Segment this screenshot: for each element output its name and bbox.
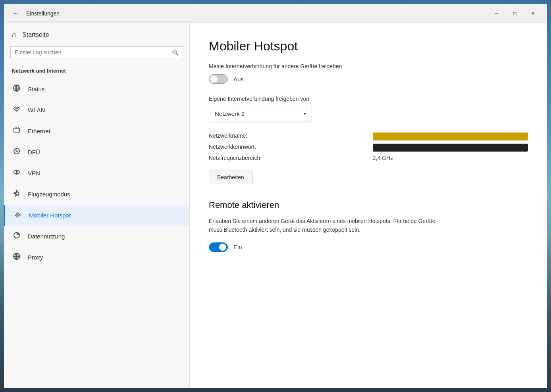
home-icon: ⌂	[12, 30, 17, 39]
svg-point-4	[16, 111, 17, 112]
sidebar-item-vpn[interactable]: VPN	[4, 163, 189, 184]
window-controls: ─ □ ✕	[487, 7, 542, 20]
sidebar-item-flugzeugmodus[interactable]: Flugzeugmodus	[4, 184, 189, 205]
sidebar-item-wlan[interactable]: WLAN	[4, 100, 189, 121]
edit-button[interactable]: Bearbeiten	[209, 171, 252, 184]
remote-section-title: Remote aktivieren	[209, 200, 528, 210]
sidebar-item-mobiler-hotspot-label: Mobiler Hotspot	[29, 212, 71, 219]
share-toggle-label: Meine Internetverbindung für andere Gerä…	[209, 63, 528, 69]
sidebar-item-home[interactable]: ⌂ Startseite	[4, 23, 189, 46]
network-freq-value: 2,4 GHz	[373, 155, 528, 161]
vpn-icon	[12, 168, 21, 178]
share-toggle[interactable]	[209, 74, 228, 84]
sidebar-item-ethernet[interactable]: Ethernet	[4, 121, 189, 142]
maximize-button[interactable]: □	[506, 7, 524, 20]
sidebar-item-status-label: Status	[28, 86, 45, 92]
sidebar-item-flugzeugmodus-label: Flugzeugmodus	[28, 191, 70, 198]
share-toggle-text: Aus	[233, 76, 244, 83]
back-button[interactable]: ←	[9, 6, 23, 21]
minimize-button[interactable]: ─	[487, 7, 506, 20]
proxy-icon	[12, 252, 21, 262]
remote-toggle-knob	[219, 244, 226, 251]
sidebar: ⌂ Startseite 🔍 Netzwerk und Internet Sta…	[4, 23, 190, 388]
sidebar-item-dfu-label: DFÜ	[28, 149, 40, 156]
hotspot-icon	[13, 210, 23, 220]
network-info-grid: Netzwerkname: ██████ Netzwerkkennwort: █…	[209, 133, 528, 161]
sidebar-item-vpn-label: VPN	[28, 170, 40, 177]
remote-toggle-text: Ein	[233, 244, 242, 250]
svg-rect-5	[14, 128, 19, 132]
sidebar-item-datennutzung-label: Datennutzung	[28, 233, 65, 240]
sidebar-search-box[interactable]: 🔍	[10, 46, 183, 58]
airplane-icon	[12, 189, 21, 199]
sidebar-item-proxy[interactable]: Proxy	[4, 247, 189, 268]
search-icon: 🔍	[172, 49, 179, 56]
sidebar-item-status[interactable]: Status	[4, 79, 189, 100]
remote-toggle[interactable]	[209, 242, 228, 252]
chevron-down-icon: ▾	[304, 111, 306, 117]
dropdown-value: Netzwerk 2	[215, 110, 245, 117]
share-toggle-row: Aus	[209, 74, 528, 84]
share-toggle-knob	[210, 75, 218, 83]
status-icon	[12, 84, 21, 94]
search-input[interactable]	[15, 49, 169, 56]
sidebar-item-proxy-label: Proxy	[28, 254, 43, 261]
close-button[interactable]: ✕	[524, 7, 542, 20]
sidebar-item-dfu[interactable]: DFÜ	[4, 142, 189, 163]
content-area: ⌂ Startseite 🔍 Netzwerk und Internet Sta…	[4, 23, 547, 388]
main-panel: Mobiler Hotspot Meine Internetverbindung…	[190, 23, 547, 388]
network-source-dropdown[interactable]: Netzwerk 2 ▾	[209, 106, 312, 121]
home-label: Startseite	[22, 31, 49, 38]
network-freq-key: Netzfrequenzbereich:	[209, 155, 365, 161]
page-title: Mobiler Hotspot	[209, 39, 528, 54]
sidebar-item-datennutzung[interactable]: Datennutzung	[4, 226, 189, 247]
sidebar-item-ethernet-label: Ethernet	[28, 128, 50, 135]
sidebar-item-mobiler-hotspot[interactable]: Mobiler Hotspot	[4, 205, 189, 226]
sidebar-item-wlan-label: WLAN	[28, 107, 45, 113]
wifi-icon	[12, 105, 21, 115]
svg-point-14	[17, 217, 19, 218]
network-password-value: ████████████	[373, 144, 528, 152]
window-title: Einstellungen	[26, 10, 487, 17]
ethernet-icon	[12, 126, 21, 136]
remote-toggle-row: Ein	[209, 242, 528, 252]
sidebar-section-title: Netzwerk und Internet	[4, 65, 189, 79]
share-source-label: Eigene Internetverbindung freigeben von	[209, 96, 528, 102]
network-name-key: Netzwerkname:	[209, 133, 365, 140]
network-password-key: Netzwerkkennwort:	[209, 144, 365, 152]
settings-window: ← Einstellungen ─ □ ✕ ⌂ Startseite 🔍 Net…	[4, 4, 547, 388]
titlebar: ← Einstellungen ─ □ ✕	[4, 4, 547, 23]
remote-description: Erlauben Sie einem anderen Gerät das Akt…	[209, 217, 447, 234]
network-name-value: ██████	[373, 133, 528, 140]
datausage-icon	[12, 231, 21, 241]
dfu-icon	[12, 147, 21, 157]
